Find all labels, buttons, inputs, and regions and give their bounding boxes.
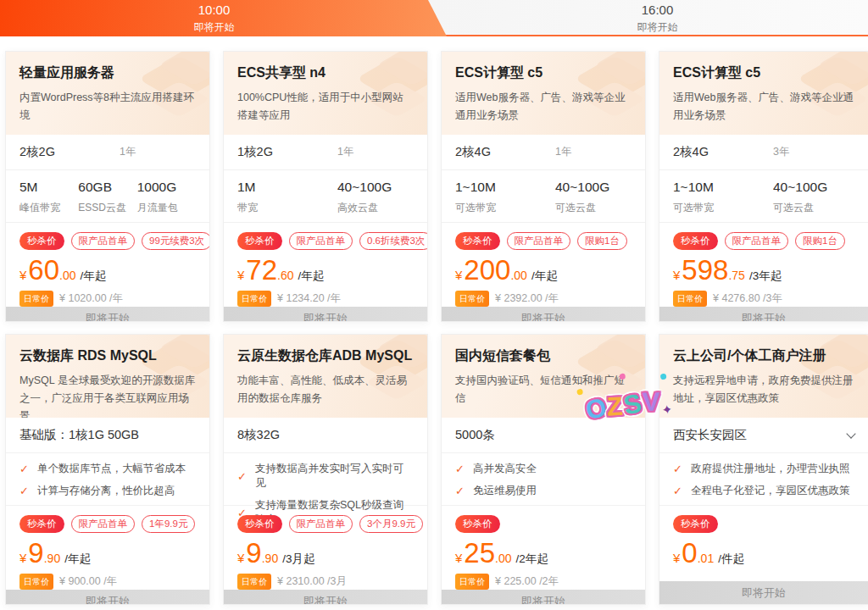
card-header: 轻量应用服务器 内置WordPress等8种主流应用搭建环境 [6, 52, 209, 135]
start-button[interactable]: 即将开始 [224, 307, 427, 322]
feature-item: ✓ 高并发高安全 [455, 462, 632, 476]
price-line: ¥ 0 .01 /件起 [673, 539, 854, 568]
product-description: 适用Web服务器、广告、游戏等企业通用业务场景 [455, 89, 632, 125]
price-line: ¥ 9 .90 /3月起 [237, 539, 414, 568]
spec-label: 可选云盘 [773, 201, 854, 215]
price-integer: 0 [682, 539, 697, 568]
seckill-badge: 秒杀价 [455, 515, 500, 533]
duration-value: 3年 [773, 145, 789, 159]
product-card-ecs-compute-c5-3y: ECS计算型 c5 适用Web服务器、广告、游戏等企业通用业务场景 2核4G 3… [659, 51, 868, 322]
badges-row: 秒杀价 限产品首单 限购1台 [673, 232, 854, 250]
spec-item: 60GB ESSD云盘 [78, 180, 136, 222]
start-button[interactable]: 即将开始 [442, 590, 645, 605]
feature-text: 免运维易使用 [473, 484, 537, 498]
price-decimal: .90 [44, 552, 60, 565]
product-description: 支持国内验证码、短信通知和推广短信 [455, 372, 632, 408]
chevron-down-icon [846, 429, 855, 438]
duration-value: 1年 [555, 145, 571, 159]
price-decimal: .90 [262, 552, 278, 565]
product-description: 支持远程异地申请，政府免费提供注册地址，享园区优惠政策 [673, 372, 854, 408]
config-row: 8核32G [224, 418, 427, 453]
price-section: 秒杀价 限产品首单 99元续费3次 ¥ 60 .00 /年起 日常价 ¥ 102… [6, 223, 209, 307]
promo-badge: 限产品首单 [289, 515, 353, 533]
promo-badge: 3个月9.9元 [359, 515, 423, 533]
spec-value: 1~10M [455, 180, 555, 195]
price-section: 秒杀价 限产品首单 3个月9.9元 ¥ 9 .90 /3月起 日常价 ¥ 231… [224, 506, 427, 590]
start-button[interactable]: 即将开始 [6, 590, 209, 605]
seckill-badge: 秒杀价 [19, 232, 64, 250]
daily-price-row: 日常价 ¥ 4276.80 /3年 [673, 291, 854, 307]
config-row: 1核2G 1年 [224, 135, 427, 170]
card-header: ECS计算型 c5 适用Web服务器、广告、游戏等企业通用业务场景 [442, 52, 645, 135]
promo-badge: 99元续费3次 [142, 232, 210, 250]
feature-item: ✓ 政府提供注册地址，办理营业执照 [673, 462, 854, 476]
features-list: ✓ 高并发高安全 ✓ 免运维易使用 [442, 453, 645, 506]
product-card-ecs-compute-c5-1y: ECS计算型 c5 适用Web服务器、广告、游戏等企业通用业务场景 2核4G 1… [441, 51, 646, 322]
start-button[interactable]: 即将开始 [442, 307, 645, 322]
config-value: 2核4G [455, 144, 491, 160]
price-line: ¥ 60 .00 /年起 [19, 256, 196, 285]
price-section: 秒杀价 ¥ 25 .00 /2年起 日常价 ¥ 225.00 /2年 [442, 506, 645, 590]
product-card-adb-mysql: 云原生数据仓库ADB MySQL 功能丰富、高性能、低成本、灵活易用的数据仓库服… [223, 334, 428, 605]
feature-text: 计算与存储分离，性价比超高 [37, 484, 175, 498]
start-button[interactable]: 即将开始 [224, 590, 427, 605]
features-list: ✓ 单个数据库节点，大幅节省成本 ✓ 计算与存储分离，性价比超高 [6, 453, 209, 506]
currency-symbol: ¥ [455, 551, 462, 565]
config-value: 基础版：1核1G 50GB [19, 427, 139, 443]
currency-symbol: ¥ [19, 268, 26, 282]
product-description: 100%CPU性能，适用于中小型网站搭建等应用 [237, 89, 414, 125]
product-title: 国内短信套餐包 [455, 347, 632, 365]
card-header: 云原生数据仓库ADB MySQL 功能丰富、高性能、低成本、灵活易用的数据仓库服… [224, 335, 427, 418]
promo-badge: 限产品首单 [289, 232, 353, 250]
start-button[interactable]: 即将开始 [659, 307, 868, 322]
product-description: 内置WordPress等8种主流应用搭建环境 [19, 89, 196, 125]
currency-symbol: ¥ [673, 268, 680, 282]
check-icon: ✓ [673, 463, 682, 475]
seckill-badge: 秒杀价 [673, 515, 718, 533]
daily-price-row: 日常价 ¥ 1020.00 /年 [19, 291, 196, 307]
price-decimal: .75 [728, 269, 744, 282]
tab-time: 16:00 [447, 0, 868, 17]
specs-row: 1~10M 可选带宽 40~100G 可选云盘 [659, 170, 868, 223]
price-unit: /3年起 [749, 269, 782, 284]
check-icon: ✓ [19, 463, 29, 475]
promo-badge: 0.6折续费3次 [359, 232, 428, 250]
config-value: 1核2G [237, 144, 273, 160]
flash-sale-tabbar: 16:00 即将开始 10:00 即将开始 [0, 0, 868, 36]
price-section: 秒杀价 限产品首单 限购1台 ¥ 598 .75 /3年起 日常价 ¥ 4276… [659, 223, 868, 307]
duration-value: 1年 [120, 145, 136, 159]
product-title: ECS共享型 n4 [237, 64, 414, 82]
feature-item: ✓ 全程电子化登记，享园区优惠政策 [673, 484, 854, 498]
daily-price-badge: 日常价 [455, 574, 489, 590]
check-icon: ✓ [455, 485, 465, 497]
tab-10-00[interactable]: 10:00 即将开始 [0, 0, 447, 36]
price-integer: 9 [246, 539, 261, 568]
start-button[interactable]: 即将开始 [6, 307, 209, 322]
promo-badge: 限产品首单 [71, 515, 136, 533]
price-decimal: .00 [59, 269, 75, 282]
spec-label: ESSD云盘 [78, 201, 136, 215]
daily-price-row: 日常价 ¥ 900.00 /年 [19, 574, 196, 590]
specs-row: 1M 带宽 40~100G 高效云盘 [224, 170, 427, 223]
daily-price-text: ¥ 4276.80 /3年 [713, 291, 782, 306]
daily-price-text: ¥ 225.00 /2年 [495, 574, 559, 589]
spec-value: 1~10M [673, 180, 773, 195]
spec-label: 可选带宽 [673, 201, 773, 215]
feature-item: ✓ 单个数据库节点，大幅节省成本 [19, 462, 196, 476]
park-select[interactable]: 西安长安园区 [659, 418, 868, 453]
config-value: 5000条 [455, 427, 495, 443]
spec-value: 5M [19, 180, 78, 195]
price-unit: /件起 [718, 552, 744, 567]
tab-16-00[interactable]: 16:00 即将开始 [447, 0, 868, 36]
check-icon: ✓ [19, 485, 29, 497]
spec-value: 40~100G [555, 180, 632, 195]
spec-label: 带宽 [237, 201, 337, 215]
currency-symbol: ¥ [19, 551, 26, 565]
daily-price-text: ¥ 2392.00 /年 [495, 291, 559, 306]
start-button[interactable]: 即将开始 [659, 581, 868, 604]
price-integer: 200 [464, 256, 510, 285]
product-title: ECS计算型 c5 [455, 64, 632, 82]
duration-value: 1年 [337, 145, 353, 159]
badges-row: 秒杀价 [673, 515, 854, 533]
feature-text: 单个数据库节点，大幅节省成本 [37, 462, 186, 476]
